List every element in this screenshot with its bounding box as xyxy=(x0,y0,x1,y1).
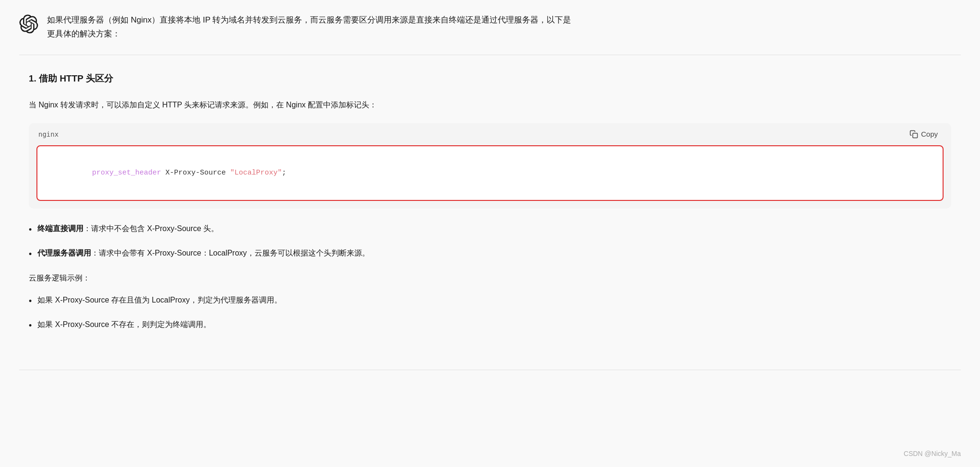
bullet-bold: 终端直接调用 xyxy=(37,224,83,233)
bullet-text: 终端直接调用：请求中不会包含 X-Proxy-Source 头。 xyxy=(37,222,219,235)
top-intro-text: 如果代理服务器（例如 Nginx）直接将本地 IP 转为域名并转发到云服务，而云… xyxy=(47,13,951,41)
bullet-rest: ：请求中不会包含 X-Proxy-Source 头。 xyxy=(83,224,219,233)
watermark: CSDN @Nicky_Ma xyxy=(904,450,961,457)
bullet-dot: • xyxy=(29,222,32,238)
chatgpt-icon xyxy=(19,14,38,34)
list-item: • 如果 X-Proxy-Source 不存在，则判定为终端调用。 xyxy=(29,318,951,334)
bullet-dot: • xyxy=(29,318,32,334)
list-item: • 如果 X-Proxy-Source 存在且值为 LocalProxy，判定为… xyxy=(29,293,951,309)
bullet-dot: • xyxy=(29,294,32,309)
bottom-divider xyxy=(19,370,961,370)
code-block-wrapper: nginx Copy proxy_set_header X-Proxy-Sour… xyxy=(29,123,951,209)
bullet-dot: • xyxy=(29,247,32,262)
code-block-header: nginx Copy xyxy=(29,123,951,145)
bullet-text: 如果 X-Proxy-Source 不存在，则判定为终端调用。 xyxy=(37,318,211,331)
token-semicolon: ; xyxy=(282,169,286,177)
copy-icon xyxy=(910,130,918,139)
page-container: 如果代理服务器（例如 Nginx）直接将本地 IP 转为域名并转发到云服务，而云… xyxy=(0,0,980,370)
list-item: • 终端直接调用：请求中不会包含 X-Proxy-Source 头。 xyxy=(29,222,951,238)
bullet-text: 如果 X-Proxy-Source 存在且值为 LocalProxy，判定为代理… xyxy=(37,293,281,307)
cloud-logic-intro: 云服务逻辑示例： xyxy=(29,271,951,285)
code-content-area: proxy_set_header X-Proxy-Source "LocalPr… xyxy=(36,145,944,201)
bullet-rest: ：请求中会带有 X-Proxy-Source：LocalProxy，云服务可以根… xyxy=(91,249,370,257)
copy-label: Copy xyxy=(921,130,938,138)
code-line: proxy_set_header X-Proxy-Source "LocalPr… xyxy=(49,155,931,192)
bullet-list: • 终端直接调用：请求中不会包含 X-Proxy-Source 头。 • 代理服… xyxy=(29,222,951,262)
token-keyword: proxy_set_header xyxy=(92,169,161,177)
list-item: • 代理服务器调用：请求中会带有 X-Proxy-Source：LocalPro… xyxy=(29,246,951,262)
section-heading: 1. 借助 HTTP 头区分 xyxy=(29,72,951,85)
token-string: "LocalProxy" xyxy=(230,169,282,177)
bullet-bold: 代理服务器调用 xyxy=(37,249,91,257)
content-section: 1. 借助 HTTP 头区分 当 Nginx 转发请求时，可以添加自定义 HTT… xyxy=(0,55,980,361)
cloud-logic-list: • 如果 X-Proxy-Source 存在且值为 LocalProxy，判定为… xyxy=(29,293,951,333)
bullet-text: 代理服务器调用：请求中会带有 X-Proxy-Source：LocalProxy… xyxy=(37,246,370,260)
token-plain: X-Proxy-Source xyxy=(161,169,230,177)
code-lang-label: nginx xyxy=(38,130,58,138)
top-section: 如果代理服务器（例如 Nginx）直接将本地 IP 转为域名并转发到云服务，而云… xyxy=(0,0,980,55)
copy-button[interactable]: Copy xyxy=(906,128,942,140)
svg-rect-0 xyxy=(913,133,918,138)
description-text: 当 Nginx 转发请求时，可以添加自定义 HTTP 头来标记请求来源。例如，在… xyxy=(29,98,951,112)
